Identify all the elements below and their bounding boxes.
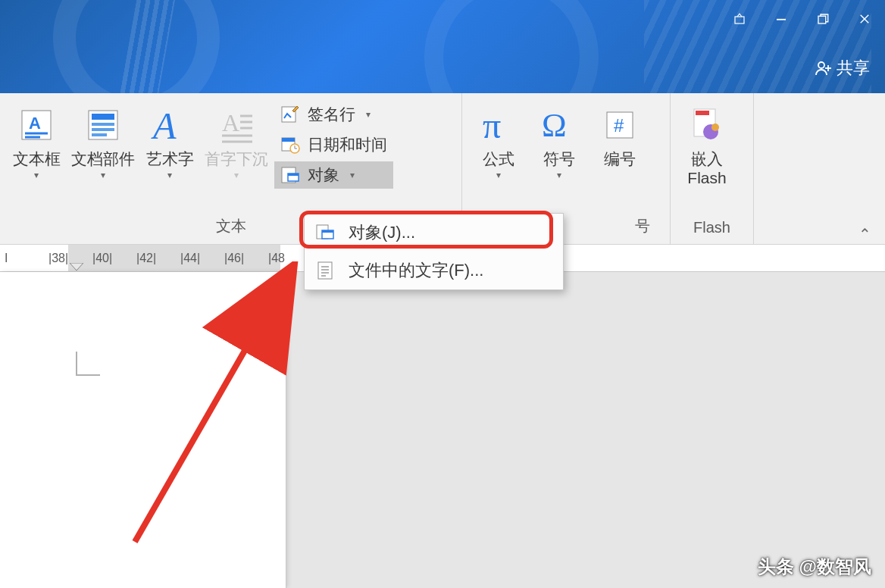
- menu-item-object-label: 对象(J)...: [349, 221, 415, 244]
- omega-icon: Ω: [539, 102, 580, 148]
- svg-rect-44: [322, 230, 333, 233]
- svg-text:A: A: [151, 105, 177, 146]
- datetime-label: 日期和时间: [308, 134, 387, 155]
- textbox-label: 文本框: [13, 149, 61, 168]
- insert-flash-button[interactable]: 嵌入 Flash: [677, 98, 737, 187]
- svg-point-40: [711, 124, 719, 131]
- textbox-icon: A: [17, 102, 55, 148]
- dropcap-label: 首字下沉: [205, 149, 268, 168]
- group-label-flash: Flash: [677, 214, 747, 244]
- ruler-tick: |42|: [136, 252, 152, 265]
- textbox-button[interactable]: A 文本框 ▾: [6, 98, 67, 180]
- number-icon: #: [601, 102, 639, 148]
- ruler-tick: |44|: [180, 252, 195, 265]
- pi-icon: π: [478, 102, 519, 148]
- signature-label: 签名行: [308, 104, 355, 125]
- flash-label-2: Flash: [687, 168, 726, 187]
- wordart-icon: A: [150, 102, 189, 148]
- menu-item-object[interactable]: 对象(J)...: [305, 214, 563, 252]
- svg-rect-14: [92, 123, 114, 126]
- ruler-tick: I: [5, 252, 20, 265]
- chevron-down-icon: ▾: [557, 170, 561, 180]
- dropcap-icon: A: [217, 102, 255, 148]
- flash-label-1: 嵌入: [691, 149, 723, 168]
- object-label: 对象: [308, 164, 339, 186]
- svg-rect-32: [288, 174, 299, 176]
- share-button[interactable]: 共享: [814, 57, 870, 80]
- chevron-down-icon: ▾: [34, 170, 39, 180]
- quickparts-label: 文档部件: [71, 149, 135, 168]
- svg-text:A: A: [29, 114, 41, 133]
- minimize-button[interactable]: [760, 0, 802, 38]
- datetime-button[interactable]: 日期和时间: [274, 131, 393, 158]
- close-button[interactable]: [843, 0, 885, 38]
- ruler-tick: |40|: [92, 252, 108, 265]
- svg-point-5: [818, 62, 824, 68]
- equation-button[interactable]: π 公式 ▾: [468, 98, 529, 180]
- signature-icon: [280, 105, 300, 124]
- collapse-ribbon-button[interactable]: ⌃: [858, 225, 871, 243]
- svg-marker-41: [70, 263, 83, 271]
- signature-line-button[interactable]: 签名行 ▾: [274, 101, 393, 128]
- menu-item-file-label: 文件中的文字(F)...: [349, 259, 483, 282]
- equation-label: 公式: [483, 149, 514, 168]
- chevron-down-icon: ▾: [496, 170, 501, 180]
- svg-rect-26: [282, 138, 295, 142]
- symbol-button[interactable]: Ω 符号 ▾: [529, 98, 589, 180]
- quickparts-button[interactable]: 文档部件 ▾: [67, 98, 139, 180]
- document-area: I |38| |40| |42| |44| |46| |48: [0, 245, 885, 588]
- chevron-down-icon: ▾: [101, 170, 105, 180]
- svg-rect-15: [92, 128, 114, 131]
- svg-rect-2: [818, 16, 826, 23]
- svg-rect-38: [696, 111, 709, 115]
- chevron-down-icon: ▾: [234, 170, 239, 180]
- ruler-tick: |38|: [48, 252, 64, 265]
- symbol-label: 符号: [543, 149, 575, 168]
- svg-rect-16: [92, 133, 107, 136]
- document-page[interactable]: [0, 272, 286, 588]
- maximize-button[interactable]: [802, 0, 843, 38]
- watermark: 头条 @数智风: [758, 555, 871, 579]
- ruler-tick: |48: [268, 252, 283, 265]
- number-label: 编号: [604, 149, 636, 168]
- number-button[interactable]: # 编号: [589, 98, 650, 168]
- svg-text:π: π: [483, 105, 501, 145]
- indent-marker-icon[interactable]: [70, 263, 83, 272]
- page-margin-corner: [76, 352, 100, 376]
- object-dropdown-menu: 对象(J)... 文件中的文字(F)...: [304, 213, 564, 290]
- chevron-down-icon: ▾: [366, 109, 371, 120]
- dropcap-button[interactable]: A 首字下沉 ▾: [200, 98, 273, 180]
- flash-icon: [688, 102, 726, 148]
- svg-rect-0: [735, 17, 744, 23]
- quickparts-icon: [84, 102, 122, 148]
- ruler-ticks: I |38| |40| |42| |44| |46| |48: [0, 252, 283, 265]
- svg-text:A: A: [222, 109, 239, 136]
- chevron-down-icon: ▾: [167, 170, 172, 180]
- svg-rect-13: [92, 114, 114, 120]
- wordart-button[interactable]: A 艺术字 ▾: [139, 98, 200, 180]
- file-text-icon: [315, 261, 335, 280]
- wordart-label: 艺术字: [146, 149, 194, 168]
- object-button[interactable]: 对象 ▾: [274, 161, 393, 189]
- chevron-down-icon: ▾: [350, 170, 355, 180]
- decor: [117, 0, 178, 93]
- menu-item-text-from-file[interactable]: 文件中的文字(F)...: [305, 252, 563, 289]
- object-icon: [315, 223, 335, 242]
- ribbon-display-options-button[interactable]: [718, 0, 760, 38]
- window-controls: [718, 0, 885, 38]
- object-icon: [280, 165, 300, 185]
- ruler-tick: |46|: [224, 252, 239, 265]
- share-label: 共享: [837, 57, 870, 80]
- svg-text:#: #: [614, 115, 624, 136]
- calendar-icon: [280, 135, 300, 155]
- svg-text:Ω: Ω: [542, 107, 567, 144]
- window-titlebar: 共享: [0, 0, 885, 93]
